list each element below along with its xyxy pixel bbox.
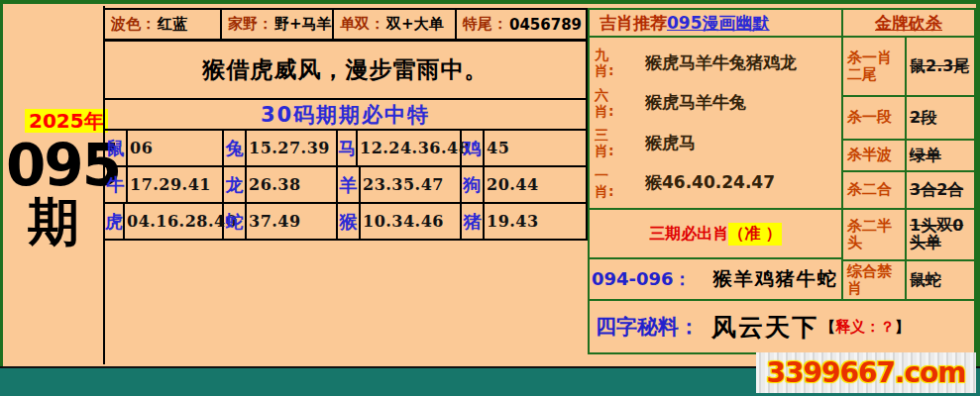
lottery-tip-sheet: 2025年 095 期 波色： 红蓝 家野： 野+马羊 单双： 双+大单 特尾：… xyxy=(0,0,980,396)
kill-label: 杀一肖二尾 xyxy=(843,38,907,95)
kill-label: 综合禁肖 xyxy=(843,261,907,299)
wave-color-label: 波色： xyxy=(111,15,156,34)
secret-label: 四字秘料： xyxy=(596,313,700,341)
kill-value: 1头双0头单 xyxy=(907,210,974,259)
grid-cell-tiger: 虎 04.16.28.40 xyxy=(105,204,224,239)
kill-row-two-half-head: 杀二半头 1头双0头单 xyxy=(843,210,974,261)
zodiac-numbers: 10.34.46 xyxy=(361,204,460,239)
kill-column: 杀一肖二尾 鼠2.3尾 杀一段 2段 杀半波 绿单 杀二合 3合2合 杀二半头 xyxy=(843,38,974,299)
kill-label: 杀一段 xyxy=(843,97,907,139)
secret-note-inner: 释义：？ xyxy=(835,318,895,336)
zodiac-numbers: 04.16.28.40 xyxy=(125,204,237,239)
home-wild-label: 家野： xyxy=(228,15,272,34)
zodiac-numbers: 15.27.39 xyxy=(247,131,336,165)
home-wild-cell: 家野： 野+马羊 xyxy=(222,10,334,39)
special-tail-cell: 特尾： 0456789 xyxy=(457,10,586,39)
one-xiao-label: 一肖: xyxy=(595,167,617,199)
zodiac-name: 鸡 xyxy=(462,131,485,165)
zodiac-numbers: 20.44 xyxy=(485,167,586,202)
grid-cell-rabbit: 兔 15.27.39 xyxy=(224,131,338,165)
zodiac-name: 猪 xyxy=(462,204,485,239)
recommend-header-cell: 吉肖推荐 095漫画幽默 xyxy=(590,10,843,36)
kill-value: 鼠蛇 xyxy=(907,261,974,299)
four-word-secret-row: 四字秘料： 风云天下 【释义：？】 xyxy=(590,299,974,352)
xiao-recommend-block: 九肖: 猴虎马羊牛兔猪鸡龙 六肖: 猴虎马羊牛兔 三肖: 猴虎马 一肖: 猴46… xyxy=(590,38,841,208)
grid-cell-snake: 蛇 37.49 xyxy=(224,204,338,239)
grid-cell-ox: 牛 17.29.41 xyxy=(105,167,224,202)
kill-row-forbidden-xiao: 综合禁肖 鼠蛇 xyxy=(843,261,974,299)
right-panel: 吉肖推荐 095漫画幽默 金牌砍杀 九肖: 猴虎马羊牛兔猪鸡龙 六肖: 猴虎马羊… xyxy=(588,8,976,354)
three-issue-highlight: （准 ） xyxy=(728,223,782,246)
zodiac-numbers: 06 xyxy=(128,131,222,165)
bracket-open: 【 xyxy=(820,318,835,336)
nine-xiao-value: 猴虎马羊牛兔猪鸡龙 xyxy=(645,51,797,74)
zodiac-name: 虎 xyxy=(105,204,125,239)
comic-humor-link[interactable]: 095漫画幽默 xyxy=(667,12,770,35)
zodiac-numbers: 37.49 xyxy=(247,204,336,239)
site-url-link[interactable]: 3399667.com xyxy=(766,356,965,389)
six-xiao-label: 六肖: xyxy=(595,87,617,119)
kill-value: 绿单 xyxy=(907,141,974,170)
zodiac-name: 马 xyxy=(338,131,358,165)
grid-cell-rat: 鼠 06 xyxy=(105,131,224,165)
bracket-close: 】 xyxy=(895,318,910,336)
grid-cell-goat: 羊 23.35.47 xyxy=(338,167,462,202)
watermark-box: 3399667.com xyxy=(756,352,976,393)
zodiac-name: 狗 xyxy=(462,167,485,202)
nine-xiao-row: 九肖: 猴虎马羊牛兔猪鸡龙 xyxy=(590,47,841,78)
one-xiao-value: 猴46.40.24.47 xyxy=(645,171,775,194)
zodiac-numbers: 17.29.41 xyxy=(128,167,222,202)
kill-value: 2段 xyxy=(907,97,974,139)
headline: 猴借虎威风，漫步雷雨中。 xyxy=(105,42,586,98)
grid-cell-monkey: 猴 10.34.46 xyxy=(338,204,462,239)
three-xiao-label: 三肖: xyxy=(595,127,617,158)
recommend-column: 九肖: 猴虎马羊牛兔猪鸡龙 六肖: 猴虎马羊牛兔 三肖: 猴虎马 一肖: 猴46… xyxy=(590,38,843,299)
kill-row-half-wave: 杀半波 绿单 xyxy=(843,141,974,172)
three-xiao-row: 三肖: 猴虎马 xyxy=(590,127,841,158)
home-wild-value: 野+马羊 xyxy=(274,15,332,34)
kill-label: 杀半波 xyxy=(843,141,907,170)
secret-note: 【释义：？】 xyxy=(820,318,910,337)
issue-suffix: 期 xyxy=(28,196,79,248)
odd-even-label: 单双： xyxy=(340,15,384,34)
one-xiao-row: 一肖: 猴46.40.24.47 xyxy=(590,167,841,199)
grid-row-1: 鼠 06 兔 15.27.39 马 12.24.36.48 鸡 45 xyxy=(105,131,586,167)
special-tail-value: 0456789 xyxy=(509,16,582,34)
three-xiao-value: 猴虎马 xyxy=(645,132,696,154)
zodiac-number-grid: 鼠 06 兔 15.27.39 马 12.24.36.48 鸡 45 xyxy=(105,129,586,239)
zodiac-name: 鼠 xyxy=(105,131,128,165)
kill-row-xiao-tail: 杀一肖二尾 鼠2.3尾 xyxy=(843,38,974,97)
wave-color-cell: 波色： 红蓝 xyxy=(105,10,222,39)
zodiac-name: 龙 xyxy=(224,167,247,202)
kill-row-segment: 杀一段 2段 xyxy=(843,97,974,141)
kill-value: 鼠2.3尾 xyxy=(907,38,974,95)
grid-row-2: 牛 17.29.41 龙 26.38 羊 23.35.47 狗 20.44 xyxy=(105,167,586,204)
grid-cell-pig: 猪 19.43 xyxy=(462,204,586,239)
special-tail-label: 特尾： xyxy=(463,15,507,34)
frame-left xyxy=(0,0,3,396)
zodiac-name: 羊 xyxy=(338,167,361,202)
right-panel-header: 吉肖推荐 095漫画幽默 金牌砍杀 xyxy=(590,10,974,38)
grid-cell-rooster: 鸡 45 xyxy=(462,131,586,165)
secret-value: 风云天下 xyxy=(711,311,818,344)
kill-label: 杀二合 xyxy=(843,172,907,208)
main-prediction-box: 猴借虎威风，漫步雷雨中。 30码期期必中特 鼠 06 兔 15.27.39 马 … xyxy=(103,40,588,241)
odd-even-value: 双+大单 xyxy=(386,15,444,34)
wave-color-value: 红蓝 xyxy=(158,15,187,34)
zodiac-name: 蛇 xyxy=(224,204,247,239)
kill-value: 3合2合 xyxy=(907,172,974,208)
three-issue-banner: 三期必出肖（准 ） xyxy=(590,208,841,257)
gold-kill-link[interactable]: 金牌砍杀 xyxy=(843,10,974,36)
six-xiao-row: 六肖: 猴虎马羊牛兔 xyxy=(590,87,841,119)
year-badge: 2025年 xyxy=(25,109,108,133)
zodiac-numbers: 12.24.36.48 xyxy=(358,131,470,165)
grid-cell-dog: 狗 20.44 xyxy=(462,167,586,202)
recommend-prefix: 吉肖推荐 xyxy=(599,12,667,35)
kill-row-two-sum: 杀二合 3合2合 xyxy=(843,172,974,210)
odd-even-cell: 单双： 双+大单 xyxy=(334,10,457,39)
zodiac-numbers: 19.43 xyxy=(485,204,586,239)
right-panel-body: 九肖: 猴虎马羊牛兔猪鸡龙 六肖: 猴虎马羊牛兔 三肖: 猴虎马 一肖: 猴46… xyxy=(590,38,974,299)
frame-top xyxy=(0,0,980,4)
zodiac-name: 牛 xyxy=(105,167,128,202)
frame-right xyxy=(976,0,980,396)
